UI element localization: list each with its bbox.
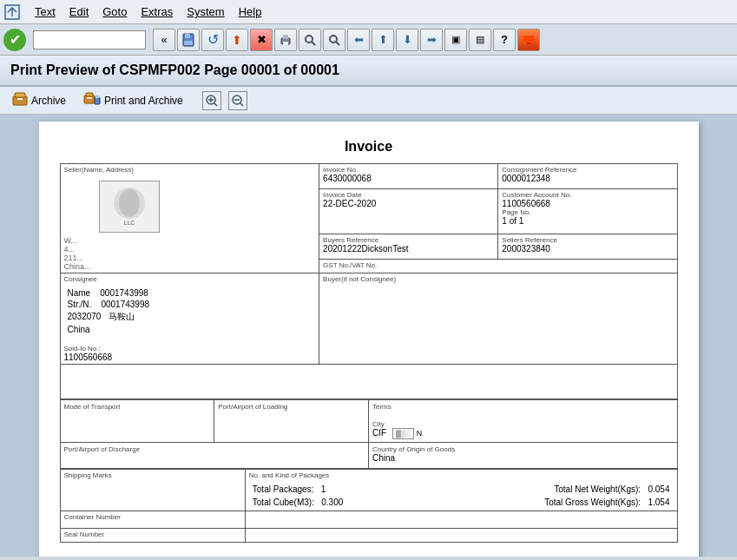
consignee-city-value: 马鞍山 bbox=[109, 312, 135, 321]
title-bar: Print Preview of CSPMFP002 Page 00001 of… bbox=[0, 56, 737, 87]
gst-label: GST No./VAT No. bbox=[323, 261, 673, 269]
find-button[interactable] bbox=[299, 29, 321, 51]
sold-to-label: Sold-to No.: bbox=[64, 345, 316, 352]
svg-point-10 bbox=[330, 36, 337, 43]
invoice-main-table: Seller(Name, Address) LLC W... bbox=[60, 163, 678, 399]
svg-rect-13 bbox=[527, 43, 530, 44]
invoice-no-label: Invoice No. bbox=[323, 166, 494, 174]
country-origin-label: Country of Origin of Goods bbox=[372, 445, 674, 453]
archive-label: Archive bbox=[31, 95, 66, 107]
page-no-label: Page No. bbox=[502, 208, 673, 216]
invoice-date-label: Invoice Date bbox=[323, 191, 494, 199]
archive-icon bbox=[12, 92, 28, 109]
total-cube-value: 0.300 bbox=[321, 497, 343, 507]
consignment-ref-value: 0000012348 bbox=[502, 174, 550, 183]
svg-rect-15 bbox=[15, 93, 25, 97]
seller-label: Seller(Name, Address) bbox=[64, 166, 316, 174]
terms-label: Terms bbox=[372, 403, 674, 411]
svg-line-9 bbox=[312, 42, 315, 45]
export-right-button[interactable]: ➡ bbox=[420, 29, 443, 51]
check-button[interactable]: ✔ bbox=[3, 29, 26, 51]
consignee-name-label: Name bbox=[68, 288, 91, 298]
consignment-ref-label: Consignment Reference bbox=[502, 166, 673, 174]
consignee-str-label: Str./N. bbox=[68, 300, 92, 309]
stop-button[interactable]: ✖ bbox=[250, 29, 273, 51]
menu-goto[interactable]: Goto bbox=[95, 3, 134, 20]
nav-first-button[interactable]: « bbox=[153, 29, 175, 51]
buyer-not-consignee-label: Buyer(if not Consignee) bbox=[323, 275, 673, 283]
invoice-page: Invoice Seller(Name, Address) LLC bbox=[39, 122, 699, 557]
page-title: Print Preview of CSPMFP002 Page 00001 of… bbox=[10, 63, 727, 78]
print-button[interactable] bbox=[274, 29, 297, 51]
print-archive-button[interactable]: Print and Archive bbox=[78, 90, 188, 110]
seal-no-label: Seal Number bbox=[64, 530, 241, 538]
command-input[interactable] bbox=[33, 30, 146, 49]
toolbar: ✔ « ↺ ⬆ ✖ ⬅ ⬆ ⬇ ➡ ▣ ▤ ? bbox=[0, 24, 737, 56]
menu-system[interactable]: System bbox=[180, 3, 231, 20]
svg-point-30 bbox=[119, 189, 140, 217]
shipping-marks-label: Shipping Marks bbox=[64, 471, 241, 479]
app-icon bbox=[3, 3, 21, 21]
menu-bar: Text Edit Goto Extras System Help bbox=[0, 0, 737, 24]
svg-rect-7 bbox=[283, 42, 288, 45]
total-net-weight-label: Total Net Weight(Kgs): bbox=[554, 484, 641, 494]
archive-button[interactable]: Archive bbox=[7, 90, 71, 110]
help-button[interactable]: ? bbox=[493, 29, 516, 51]
export-left-button[interactable]: ⬅ bbox=[347, 29, 370, 51]
container-no-label: Container Number bbox=[64, 513, 241, 521]
consignee-city-label: 2032070 bbox=[68, 312, 102, 321]
window-button[interactable]: ▣ bbox=[444, 29, 467, 51]
menu-extras[interactable]: Extras bbox=[134, 3, 180, 20]
document-area: Invoice Seller(Name, Address) LLC bbox=[0, 115, 737, 557]
svg-rect-12 bbox=[523, 36, 534, 43]
total-cube-label: Total Cube(M3): bbox=[253, 497, 314, 507]
svg-rect-20 bbox=[95, 97, 100, 104]
svg-rect-19 bbox=[87, 97, 92, 99]
seller-box: LLC W... 4... 211... China... bbox=[64, 181, 316, 271]
customer-account-value: 1100560668 bbox=[502, 199, 550, 208]
menu-text[interactable]: Text bbox=[28, 3, 63, 20]
invoice-date-value: 22-DEC-2020 bbox=[323, 199, 376, 208]
svg-line-27 bbox=[240, 102, 243, 106]
total-net-weight-value: 0.054 bbox=[648, 484, 669, 494]
menu-help[interactable]: Help bbox=[232, 3, 269, 20]
refresh-button[interactable]: ↺ bbox=[201, 29, 224, 51]
zoom-in-button[interactable] bbox=[202, 91, 221, 110]
seller-logo: LLC bbox=[99, 181, 160, 233]
customer-account-label: Customer Account No. bbox=[502, 191, 673, 199]
invoice-no-value: 6430000068 bbox=[323, 174, 372, 183]
download-button[interactable]: ⬇ bbox=[396, 29, 418, 51]
port-discharge-label: Port/Airport of Discharge bbox=[64, 445, 365, 453]
menu-edit[interactable]: Edit bbox=[63, 3, 95, 20]
zoom-out-button[interactable] bbox=[228, 91, 247, 110]
buyers-ref-label: Buyers Reference bbox=[323, 236, 494, 244]
svg-rect-4 bbox=[184, 41, 193, 45]
sellers-ref-label: Sellers Reference bbox=[502, 236, 673, 244]
svg-line-23 bbox=[214, 102, 217, 106]
monitor-button[interactable] bbox=[517, 29, 540, 51]
upload-button[interactable]: ⬆ bbox=[372, 29, 394, 51]
buyers-ref-value: 20201222DicksonTest bbox=[323, 244, 408, 254]
svg-rect-3 bbox=[185, 34, 190, 38]
total-gross-weight-value: 1.054 bbox=[648, 497, 669, 507]
svg-rect-21 bbox=[95, 96, 99, 98]
mode-transport-label: Mode of Transport bbox=[64, 403, 211, 411]
action-bar: Archive Print and Archive bbox=[0, 87, 737, 115]
svg-line-11 bbox=[336, 42, 339, 45]
window2-button[interactable]: ▤ bbox=[469, 29, 491, 51]
print-archive-icon bbox=[83, 92, 101, 109]
packages-table: Shipping Marks No. and Kind of Packages … bbox=[60, 469, 678, 543]
total-packages-value: 1 bbox=[321, 484, 326, 494]
back-button[interactable]: ⬆ bbox=[226, 29, 248, 51]
invoice-title: Invoice bbox=[60, 139, 678, 155]
sold-to-value: 1100560668 bbox=[64, 352, 113, 362]
sellers-ref-value: 2000323840 bbox=[502, 244, 550, 254]
consignee-details: Name 0001743998 Str./N. 0001743998 20320… bbox=[64, 283, 316, 339]
svg-point-8 bbox=[306, 36, 313, 43]
save-button[interactable] bbox=[177, 29, 200, 51]
city-label: City bbox=[372, 420, 674, 428]
port-loading-label: Port/Airport of Loading bbox=[218, 403, 365, 411]
find2-button[interactable] bbox=[323, 29, 345, 51]
svg-rect-16 bbox=[17, 98, 23, 100]
consignee-name-value: 0001743998 bbox=[100, 288, 148, 298]
